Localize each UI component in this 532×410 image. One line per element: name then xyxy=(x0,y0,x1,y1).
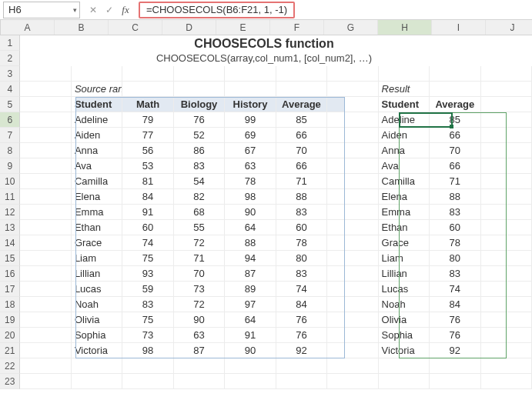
result-label[interactable]: Result xyxy=(379,82,430,97)
result-student-cell[interactable]: Liam xyxy=(379,251,430,266)
cell[interactable] xyxy=(20,251,71,266)
row-header[interactable]: 3 xyxy=(0,66,20,82)
fx-icon[interactable]: fx xyxy=(119,3,132,17)
cell[interactable]: 56 xyxy=(122,143,173,158)
row-header[interactable]: 19 xyxy=(0,312,20,328)
cell[interactable]: 78 xyxy=(276,235,327,251)
row-header[interactable]: 18 xyxy=(0,297,20,312)
cell[interactable]: 80 xyxy=(276,251,327,266)
result-student-cell[interactable]: Noah xyxy=(379,297,430,312)
cell[interactable]: 72 xyxy=(174,297,225,312)
cell[interactable] xyxy=(430,374,480,389)
cell[interactable]: 54 xyxy=(174,174,225,189)
select-all-corner[interactable] xyxy=(0,20,1,35)
cell[interactable]: 88 xyxy=(225,235,276,251)
cell[interactable] xyxy=(481,189,532,205)
row-header[interactable]: 11 xyxy=(0,189,20,205)
result-student-cell[interactable]: Aiden xyxy=(379,128,430,143)
result-average-cell[interactable]: 83 xyxy=(430,205,480,220)
result-average-cell[interactable]: 78 xyxy=(430,235,480,251)
cell[interactable] xyxy=(276,374,327,389)
cell[interactable] xyxy=(72,66,122,82)
cell[interactable] xyxy=(327,158,378,174)
result-average-cell[interactable]: 88 xyxy=(430,189,480,205)
cell[interactable]: 55 xyxy=(174,220,225,235)
cell[interactable] xyxy=(225,66,276,82)
cell[interactable] xyxy=(327,82,378,97)
column-header-g[interactable]: G xyxy=(324,20,378,35)
result-student-cell[interactable]: Olivia xyxy=(379,312,430,328)
result-student-cell[interactable]: Victoria xyxy=(379,343,430,358)
cell[interactable]: 88 xyxy=(276,189,327,205)
cell[interactable] xyxy=(327,97,378,112)
cell[interactable]: 89 xyxy=(225,282,276,297)
cell[interactable] xyxy=(481,282,532,297)
chevron-down-icon[interactable]: ▾ xyxy=(73,6,77,14)
result-average-cell[interactable]: 76 xyxy=(430,312,480,328)
source-header-cell[interactable]: Math xyxy=(122,97,173,112)
cell[interactable]: 52 xyxy=(174,128,225,143)
source-student-cell[interactable]: Olivia xyxy=(72,312,122,328)
result-header-cell[interactable]: Student xyxy=(379,97,430,112)
cell[interactable] xyxy=(379,358,430,374)
column-header-i[interactable]: I xyxy=(432,20,486,35)
cell[interactable] xyxy=(481,251,532,266)
cell[interactable] xyxy=(481,297,532,312)
cell[interactable] xyxy=(20,128,71,143)
result-average-cell[interactable]: 84 xyxy=(430,297,480,312)
cell[interactable] xyxy=(430,66,480,82)
cell[interactable]: 87 xyxy=(174,343,225,358)
row-header[interactable]: 7 xyxy=(0,128,20,143)
cancel-icon[interactable]: ✕ xyxy=(86,3,100,17)
cell[interactable]: 76 xyxy=(276,328,327,343)
cell[interactable]: 83 xyxy=(174,158,225,174)
cell[interactable] xyxy=(20,220,71,235)
cell[interactable]: 83 xyxy=(276,266,327,282)
row-header[interactable]: 14 xyxy=(0,235,20,251)
result-average-cell[interactable]: 71 xyxy=(430,174,480,189)
source-student-cell[interactable]: Camilla xyxy=(72,174,122,189)
cell[interactable] xyxy=(481,174,532,189)
cell[interactable] xyxy=(327,235,378,251)
cell[interactable] xyxy=(225,358,276,374)
row-header[interactable]: 17 xyxy=(0,282,20,297)
cell[interactable] xyxy=(20,328,71,343)
cell[interactable]: 64 xyxy=(225,312,276,328)
cell[interactable]: 73 xyxy=(122,328,173,343)
cell[interactable] xyxy=(276,82,327,97)
cell[interactable] xyxy=(481,343,532,358)
source-student-cell[interactable]: Grace xyxy=(72,235,122,251)
source-header-cell[interactable]: Biology xyxy=(174,97,225,112)
result-student-cell[interactable]: Anna xyxy=(379,143,430,158)
column-header-e[interactable]: E xyxy=(216,20,270,35)
column-header-j[interactable]: J xyxy=(486,20,532,35)
spreadsheet-grid[interactable]: CHOOSECOLS function CHOOSECOLS(array,col… xyxy=(0,35,532,389)
result-student-cell[interactable]: Ethan xyxy=(379,220,430,235)
cell[interactable]: 74 xyxy=(276,282,327,297)
cell[interactable]: 83 xyxy=(122,297,173,312)
result-average-cell[interactable]: 60 xyxy=(430,220,480,235)
result-student-cell[interactable]: Adeline xyxy=(379,112,430,128)
cell[interactable] xyxy=(327,205,378,220)
cell[interactable]: 99 xyxy=(225,112,276,128)
row-header[interactable]: 8 xyxy=(0,143,20,158)
row-header[interactable]: 16 xyxy=(0,266,20,282)
cell[interactable]: 90 xyxy=(225,343,276,358)
source-student-cell[interactable]: Anna xyxy=(72,143,122,158)
source-header-cell[interactable]: History xyxy=(225,97,276,112)
cell[interactable]: 81 xyxy=(122,174,173,189)
row-header[interactable]: 15 xyxy=(0,251,20,266)
cell[interactable] xyxy=(327,189,378,205)
result-average-cell[interactable]: 80 xyxy=(430,251,480,266)
cell[interactable]: 76 xyxy=(174,112,225,128)
result-average-cell[interactable]: 66 xyxy=(430,158,480,174)
row-header[interactable]: 4 xyxy=(0,82,20,97)
cell[interactable] xyxy=(20,174,71,189)
cell[interactable] xyxy=(174,374,225,389)
cell[interactable] xyxy=(327,312,378,328)
cell[interactable]: 91 xyxy=(225,328,276,343)
cell[interactable] xyxy=(327,343,378,358)
cell[interactable]: 98 xyxy=(225,189,276,205)
cell[interactable] xyxy=(481,97,532,112)
source-student-cell[interactable]: Adeline xyxy=(72,112,122,128)
